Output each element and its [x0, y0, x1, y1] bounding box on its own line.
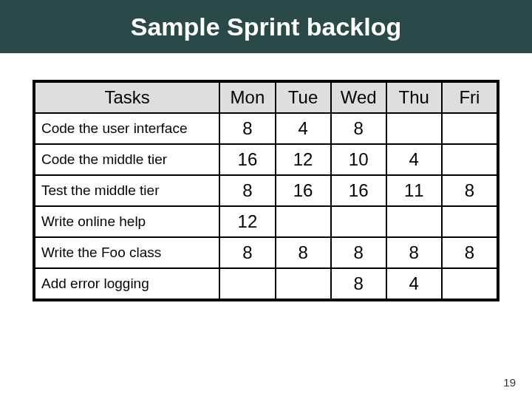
cell-tue [276, 206, 331, 237]
table-row: Test the middle tier 8 16 16 11 8 [35, 175, 497, 206]
cell-mon: 8 [219, 175, 275, 206]
cell-tue: 4 [276, 113, 331, 144]
table-header-row: Tasks Mon Tue Wed Thu Fri [35, 82, 497, 113]
cell-tue: 8 [276, 237, 331, 268]
cell-fri [442, 144, 497, 175]
task-name: Add error logging [35, 268, 219, 299]
cell-wed: 8 [331, 237, 386, 268]
cell-wed: 16 [331, 175, 386, 206]
table-row: Write the Foo class 8 8 8 8 8 [35, 237, 497, 268]
cell-wed: 8 [331, 113, 386, 144]
cell-tue: 16 [276, 175, 331, 206]
cell-wed [331, 206, 386, 237]
col-thu: Thu [386, 82, 442, 113]
cell-mon [219, 268, 275, 299]
cell-mon: 16 [219, 144, 275, 175]
cell-fri [442, 206, 497, 237]
slide-title: Sample Sprint backlog [131, 13, 402, 41]
table-row: Code the middle tier 16 12 10 4 [35, 144, 497, 175]
cell-thu [386, 113, 442, 144]
task-name: Write online help [35, 206, 219, 237]
title-bar: Sample Sprint backlog [0, 0, 532, 53]
table-row: Code the user interface 8 4 8 [35, 113, 497, 144]
cell-thu: 4 [386, 144, 442, 175]
task-name: Code the middle tier [35, 144, 219, 175]
cell-thu [386, 206, 442, 237]
cell-thu: 8 [386, 237, 442, 268]
task-name: Code the user interface [35, 113, 219, 144]
cell-tue [276, 268, 331, 299]
cell-fri: 8 [442, 175, 497, 206]
col-tue: Tue [276, 82, 331, 113]
cell-tue: 12 [276, 144, 331, 175]
cell-mon: 8 [219, 237, 275, 268]
backlog-table-wrap: Tasks Mon Tue Wed Thu Fri Code the user … [33, 80, 499, 301]
table-row: Write online help 12 [35, 206, 497, 237]
page-number: 19 [503, 376, 516, 389]
cell-fri [442, 268, 497, 299]
col-wed: Wed [331, 82, 386, 113]
cell-wed: 8 [331, 268, 386, 299]
col-fri: Fri [442, 82, 497, 113]
cell-mon: 8 [219, 113, 275, 144]
cell-fri: 8 [442, 237, 497, 268]
task-name: Test the middle tier [35, 175, 219, 206]
task-name: Write the Foo class [35, 237, 219, 268]
backlog-table: Tasks Mon Tue Wed Thu Fri Code the user … [34, 81, 498, 300]
cell-thu: 11 [386, 175, 442, 206]
col-tasks: Tasks [35, 82, 219, 113]
cell-fri [442, 113, 497, 144]
cell-mon: 12 [219, 206, 275, 237]
col-mon: Mon [219, 82, 275, 113]
cell-wed: 10 [331, 144, 386, 175]
table-row: Add error logging 8 4 [35, 268, 497, 299]
cell-thu: 4 [386, 268, 442, 299]
